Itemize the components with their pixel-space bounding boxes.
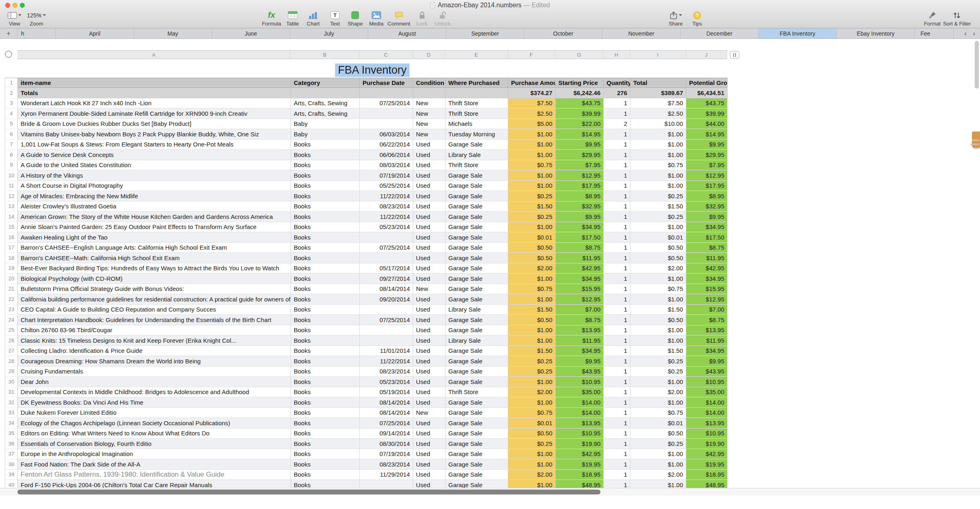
cell[interactable]: $1.00 (630, 170, 686, 181)
cell[interactable]: Where Purchased (445, 78, 508, 88)
cell[interactable]: $1.00 (508, 274, 556, 284)
cell[interactable]: 09/27/2014 (360, 274, 413, 284)
cell[interactable]: Garage Sale (445, 284, 508, 295)
cell[interactable]: Garage Sale (445, 263, 508, 274)
horizontal-scrollbar-track[interactable] (0, 488, 980, 496)
cell[interactable]: $10.95 (686, 377, 728, 387)
cell[interactable]: $0.25 (508, 439, 556, 449)
cell[interactable]: Books (291, 201, 360, 212)
cell[interactable]: Annie Sloan's Painted Garden: 25 Easy Ou… (18, 222, 291, 233)
cell[interactable]: Used (413, 367, 445, 377)
cell[interactable]: $1.00 (630, 459, 686, 470)
cell[interactable]: $35.00 (686, 387, 728, 398)
cell[interactable]: $34.95 (686, 222, 728, 233)
column-end-handle[interactable] (730, 51, 739, 59)
cell[interactable]: $0.50 (630, 243, 686, 253)
cell[interactable]: $2.00 (508, 387, 556, 398)
cell[interactable]: $0.50 (508, 428, 556, 439)
cell[interactable]: Used (413, 170, 445, 181)
cell[interactable]: $11.95 (556, 335, 604, 346)
cell[interactable]: $2.00 (508, 263, 556, 274)
row-number[interactable]: 34 (5, 418, 18, 428)
cell[interactable]: Used (413, 150, 445, 160)
cell[interactable]: Used (413, 428, 445, 439)
cell[interactable]: Thrift Store (445, 387, 508, 398)
share-button[interactable]: Share (669, 11, 683, 27)
cell[interactable]: 07/19/2014 (360, 449, 413, 460)
cell[interactable]: 1 (604, 377, 630, 387)
row-number[interactable]: 16 (5, 232, 18, 243)
cell[interactable]: Awaken Healing Light of the Tao (18, 232, 291, 243)
cell[interactable]: $8.75 (556, 243, 604, 253)
cell[interactable]: CEO Capital: A Guide to Building CEO Rep… (18, 305, 291, 315)
cell[interactable]: $14.00 (686, 397, 728, 408)
tips-button[interactable]: ? Tips (692, 11, 702, 27)
cell[interactable]: $1.00 (508, 170, 556, 181)
row-number[interactable]: 26 (5, 335, 18, 346)
cell[interactable]: Garage Sale (445, 408, 508, 418)
cell[interactable]: Bulletstorm Prima Official Strategy Guid… (18, 284, 291, 295)
cell[interactable]: Garage Sale (445, 201, 508, 212)
cell[interactable]: Garage Sale (445, 470, 508, 480)
cell[interactable]: $1.00 (630, 377, 686, 387)
cell[interactable]: $19.90 (686, 439, 728, 449)
cell[interactable]: $0.75 (508, 408, 556, 418)
cell[interactable]: Bride & Groom Love Duckies Rubber Ducks … (18, 119, 291, 129)
cell[interactable]: $2.50 (630, 108, 686, 119)
cell[interactable]: Used (413, 459, 445, 470)
cell[interactable]: $11.95 (686, 335, 728, 346)
cell[interactable]: Books (291, 397, 360, 408)
cell[interactable]: Garage Sale (445, 170, 508, 181)
cell[interactable]: $0.25 (630, 439, 686, 449)
cell[interactable]: DK Eyewitness Books: Da Vinci And His Ti… (18, 397, 291, 408)
cell[interactable]: 1 (604, 201, 630, 212)
row-number[interactable]: 15 (5, 222, 18, 233)
row-number[interactable]: 8 (5, 150, 18, 160)
cell[interactable]: Used (413, 305, 445, 315)
row-number[interactable]: 23 (5, 305, 18, 315)
cell[interactable]: Books (291, 243, 360, 253)
cell[interactable]: $13.95 (686, 325, 728, 336)
cell[interactable]: $1.00 (508, 325, 556, 336)
cell[interactable]: $43.75 (686, 98, 728, 109)
cell[interactable]: $1.00 (630, 294, 686, 305)
cell[interactable]: Chart Interpretation Handbook: Guideline… (18, 315, 291, 325)
cell[interactable]: 1 (604, 439, 630, 449)
cell[interactable]: Used (413, 253, 445, 263)
cell[interactable]: 11/22/2014 (360, 191, 413, 201)
cell[interactable]: $34.95 (556, 274, 604, 284)
cell[interactable]: New (413, 408, 445, 418)
cell[interactable]: $0.75 (630, 284, 686, 295)
cell[interactable]: Garage Sale (445, 367, 508, 377)
cell[interactable]: 07/25/2014 (360, 243, 413, 253)
cell[interactable]: $5.00 (508, 119, 556, 129)
cell[interactable]: Library Sale (445, 150, 508, 160)
cell[interactable]: $1.00 (630, 129, 686, 140)
cell[interactable]: Classic Knits: 15 Timeless Designs to Kn… (18, 335, 291, 346)
cell[interactable]: $17.50 (686, 232, 728, 243)
cell[interactable]: 08/14/2014 (360, 284, 413, 295)
cell[interactable]: $10.95 (556, 428, 604, 439)
row-number[interactable]: 1 (5, 78, 18, 88)
cell[interactable]: $1.50 (630, 305, 686, 315)
cell[interactable]: Books (291, 418, 360, 428)
cell[interactable]: $1.00 (630, 274, 686, 284)
cell[interactable]: Books (291, 305, 360, 315)
cell[interactable]: 07/25/2014 (360, 418, 413, 428)
cell[interactable]: $13.95 (556, 418, 604, 428)
cell[interactable] (360, 305, 413, 315)
row-number[interactable]: 22 (5, 294, 18, 305)
cell[interactable]: 1 (604, 418, 630, 428)
row-number[interactable]: 38 (5, 459, 18, 470)
cell[interactable]: 05/23/2014 (360, 222, 413, 233)
cell[interactable]: Condition (413, 78, 445, 88)
cell[interactable]: Library Sale (445, 305, 508, 315)
row-number[interactable]: 7 (5, 140, 18, 150)
row-number[interactable]: 12 (5, 191, 18, 201)
cell[interactable]: 276 (604, 88, 630, 98)
cell[interactable]: Baby (291, 129, 360, 140)
cell[interactable]: New (413, 119, 445, 129)
cell[interactable]: $0.25 (630, 356, 686, 367)
cell[interactable]: $34.95 (686, 346, 728, 356)
cell[interactable]: Books (291, 170, 360, 181)
